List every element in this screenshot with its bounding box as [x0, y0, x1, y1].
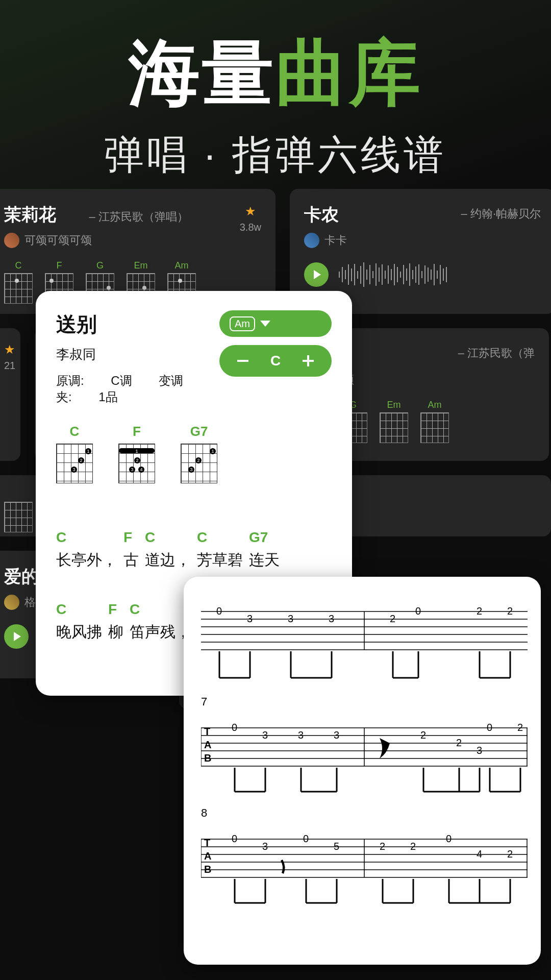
play-button[interactable] [4, 624, 29, 649]
username: 卡卡 [324, 233, 347, 248]
chord-tag: Am [230, 316, 255, 331]
song-card-partial[interactable]: ★ 21 [0, 328, 20, 461]
svg-text:3: 3 [329, 613, 334, 624]
measure-number: 8 [201, 806, 523, 820]
card-title: 茉莉花 [4, 203, 56, 227]
svg-text:T: T [204, 837, 210, 848]
hero-title-1: 海量 [129, 33, 276, 113]
current-key: C [270, 353, 281, 369]
username: 可颂可颂可颂 [24, 233, 92, 248]
modal-chord-diagrams: C 123 F 1 234 G7 123 [56, 424, 332, 483]
avatar [304, 233, 319, 248]
svg-text:3: 3 [247, 613, 253, 624]
svg-text:B: B [204, 752, 211, 764]
svg-text:0: 0 [232, 723, 237, 733]
svg-text:3: 3 [288, 613, 293, 624]
svg-text:4: 4 [477, 848, 482, 860]
star-icon: ★ [4, 342, 6, 357]
lyric-segment: C芳草碧 [197, 529, 243, 571]
svg-text:0: 0 [415, 606, 421, 617]
svg-text:B: B [204, 864, 211, 875]
svg-text:3: 3 [334, 729, 339, 741]
lyric-line: C长亭外，F古C道边，C芳草碧G7连天 [56, 529, 332, 571]
card-subtitle: – 约翰·帕赫贝尔 [461, 206, 541, 222]
star-icon: ★ [240, 204, 261, 218]
waveform[interactable] [339, 262, 447, 287]
key-plus-button[interactable] [299, 352, 317, 370]
avatar [4, 595, 19, 610]
card-subtitle: – 江苏民歌（弹 [458, 346, 535, 361]
svg-text:3: 3 [298, 729, 304, 741]
svg-text:3: 3 [477, 745, 482, 756]
lyric-segment: C笛声残， [130, 601, 191, 643]
lyric-segment: G7连天 [249, 529, 280, 571]
svg-text:0: 0 [232, 834, 237, 844]
hero-title: 海量曲库 [0, 26, 551, 122]
svg-text:2: 2 [410, 841, 416, 852]
lyric-segment: C晚风拂 [56, 601, 102, 643]
key-minus-button[interactable] [234, 352, 252, 370]
svg-text:2: 2 [477, 606, 482, 617]
modal-artist: 李叔同 [56, 346, 219, 363]
svg-text:2: 2 [390, 613, 395, 624]
avatar [4, 233, 19, 248]
svg-text:T: T [204, 726, 210, 737]
svg-text:2: 2 [517, 723, 523, 733]
svg-text:A: A [204, 739, 211, 750]
lyric-segment: F柳 [108, 601, 123, 643]
svg-text:3: 3 [262, 841, 268, 852]
lyric-segment: F古 [123, 529, 139, 571]
tab-line: TAB 0333 02 223 [201, 723, 523, 806]
svg-text:A: A [204, 850, 211, 862]
play-count: 3.8w [240, 222, 261, 233]
svg-text:2: 2 [456, 737, 462, 748]
svg-text:3: 3 [262, 729, 268, 741]
svg-text:0: 0 [487, 723, 492, 733]
card-title: 卡农 [304, 203, 339, 227]
card-subtitle: – 江苏民歌（弹唱） [89, 209, 188, 225]
lyric-segment: C道边， [145, 529, 191, 571]
hero-title-2: 曲库 [276, 33, 422, 113]
measure-number: 7 [201, 695, 523, 708]
play-button[interactable] [304, 262, 329, 287]
lyric-segment: C长亭外， [56, 529, 117, 571]
svg-text:2: 2 [420, 729, 426, 741]
tab-sheet-modal: 0333 022 2 7 TAB 0333 02 223 [184, 577, 541, 965]
svg-text:2: 2 [507, 606, 513, 617]
svg-text:2: 2 [380, 841, 385, 852]
svg-text:0: 0 [446, 834, 452, 844]
modal-title: 送别 [56, 310, 219, 338]
hero-subtitle: 弹唱 · 指弹六线谱 [0, 129, 551, 182]
star-count: 21 [4, 360, 6, 372]
svg-text:2: 2 [507, 848, 513, 860]
modal-info: 原调: C调 变调夹: 1品 [56, 373, 219, 405]
svg-text:0: 0 [303, 834, 309, 844]
tab-line: 0333 022 2 [201, 606, 523, 695]
chevron-down-icon [260, 321, 270, 327]
svg-text:5: 5 [334, 841, 339, 852]
key-stepper: C [219, 345, 332, 377]
tab-line: TAB 0305 220 42 [201, 834, 523, 918]
chord-mode-select[interactable]: Am [219, 310, 332, 337]
svg-text:0: 0 [216, 606, 222, 617]
